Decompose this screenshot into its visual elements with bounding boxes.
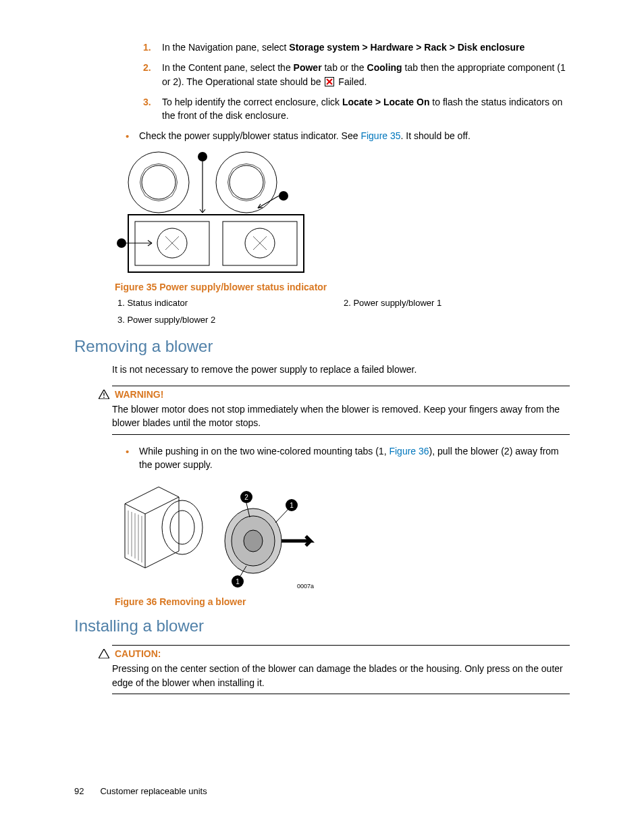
svg-point-7 xyxy=(198,152,207,161)
check-status-list: Check the power supply/blower status ind… xyxy=(123,129,570,142)
step-2-text-f: Failed. xyxy=(336,76,367,87)
svg-text:0007a: 0007a xyxy=(297,583,314,590)
caution-admonition: CAUTION: Pressing on the center section … xyxy=(112,645,570,694)
figure-35-legend: 1. Status indicator 2. Power supply/blow… xyxy=(117,298,570,325)
bullet1-text-b: . It should be off. xyxy=(401,130,471,141)
step-1: 1. In the Navigation pane, select Storag… xyxy=(143,41,570,54)
check-status-item: Check the power supply/blower status ind… xyxy=(123,129,570,142)
step-3-number: 3. xyxy=(143,95,151,109)
svg-line-30 xyxy=(125,504,145,514)
svg-text:1: 1 xyxy=(290,502,294,509)
bullet2-text-a: While pushing in on the two wine-colored… xyxy=(139,446,389,457)
page-footer: 92 Customer replaceable units xyxy=(74,786,207,796)
svg-line-12 xyxy=(258,196,279,208)
figure-36-link[interactable]: Figure 36 xyxy=(389,446,429,457)
figure-36-image: 2 1 1 0007a xyxy=(115,477,570,594)
svg-rect-15 xyxy=(128,215,304,272)
navigation-steps-list: 1. In the Navigation pane, select Storag… xyxy=(143,41,570,122)
step-1-text-a: In the Navigation pane, select xyxy=(162,42,289,53)
caution-title: CAUTION: xyxy=(115,648,161,659)
removing-step-item: While pushing in on the two wine-colored… xyxy=(123,444,570,472)
installing-blower-heading: Installing a blower xyxy=(74,617,570,635)
svg-point-3 xyxy=(128,152,189,213)
warning-body: The blower motor does not stop immediate… xyxy=(112,402,570,430)
svg-point-6 xyxy=(230,165,263,199)
removing-steps-list: While pushing in on the two wine-colored… xyxy=(123,444,570,472)
page-number: 92 xyxy=(74,786,84,796)
svg-point-39 xyxy=(170,511,194,544)
svg-text:2: 2 xyxy=(244,494,248,501)
step-3-text-a: To help identify the correct enclosure, … xyxy=(162,97,342,107)
warning-icon xyxy=(99,390,109,399)
legend-item-3: 3. Power supply/blower 2 xyxy=(117,315,344,325)
step-2-text-a: In the Content pane, select the xyxy=(162,62,294,73)
figure-35-caption: Figure 35 Power supply/blower status ind… xyxy=(115,282,570,292)
svg-line-10 xyxy=(203,209,205,213)
step-3: 3. To help identify the correct enclosur… xyxy=(143,95,570,123)
step-1-path: Storage system > Hardware > Rack > Disk … xyxy=(289,42,525,53)
step-3-locate: Locate > Locate On xyxy=(342,97,430,107)
step-2-cooling: Cooling xyxy=(367,62,402,73)
step-2: 2. In the Content pane, select the Power… xyxy=(143,61,570,88)
figure-35-link[interactable]: Figure 35 xyxy=(360,130,400,141)
warning-admonition: WARNING! The blower motor does not stop … xyxy=(112,386,570,435)
svg-line-32 xyxy=(145,497,179,514)
figure-36-caption: Figure 36 Removing a blower xyxy=(115,596,570,607)
step-2-power: Power xyxy=(294,62,322,73)
bullet1-text-a: Check the power supply/blower status ind… xyxy=(139,130,360,141)
removing-blower-heading: Removing a blower xyxy=(74,337,570,356)
warning-title: WARNING! xyxy=(115,389,163,400)
divider xyxy=(112,645,570,646)
step-2-number: 2. xyxy=(143,61,151,74)
svg-point-5 xyxy=(216,152,277,213)
divider xyxy=(112,434,570,435)
svg-point-38 xyxy=(162,500,203,554)
step-2-text-c: tab or the xyxy=(322,62,367,73)
figure-35-image xyxy=(115,149,570,279)
step-1-number: 1. xyxy=(143,41,151,54)
removing-intro-text: It is not necessary to remove the power … xyxy=(112,363,570,376)
svg-text:1: 1 xyxy=(236,578,240,585)
failed-icon xyxy=(325,77,334,86)
caution-icon xyxy=(99,649,109,658)
footer-section-title: Customer replaceable units xyxy=(100,786,207,796)
svg-point-42 xyxy=(244,530,263,552)
svg-point-24 xyxy=(117,238,126,248)
divider xyxy=(112,694,570,694)
svg-line-48 xyxy=(275,510,288,523)
legend-item-2: 2. Power supply/blower 1 xyxy=(344,298,570,308)
divider xyxy=(112,386,570,386)
caution-body: Pressing on the center section of the bl… xyxy=(112,662,570,689)
svg-point-4 xyxy=(142,165,176,199)
svg-point-11 xyxy=(279,191,288,201)
svg-point-29 xyxy=(103,396,105,398)
legend-item-1: 1. Status indicator xyxy=(117,298,344,308)
